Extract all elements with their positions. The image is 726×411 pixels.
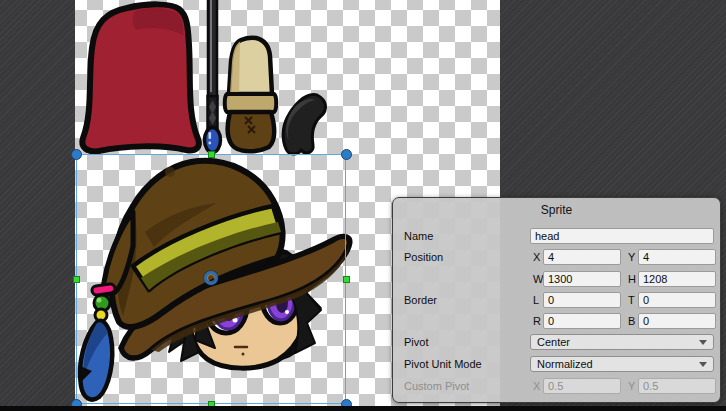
sprite-inspector-panel: Sprite Name Position X Y W H Border L T … xyxy=(392,197,721,403)
pivot-dropdown-value: Center xyxy=(537,336,570,348)
position-y-field[interactable] xyxy=(638,249,716,265)
pivot-handle[interactable] xyxy=(204,271,218,285)
chevron-down-icon xyxy=(699,340,707,345)
pivot-unit-mode-dropdown-value: Normalized xyxy=(537,358,593,370)
border-b-field[interactable] xyxy=(638,313,716,329)
position-label: Position xyxy=(404,249,443,265)
sprite-boot[interactable] xyxy=(225,38,277,152)
pivot-unit-mode-dropdown[interactable]: Normalized xyxy=(530,356,714,372)
selection-handle-right-mid[interactable] xyxy=(343,276,350,283)
border-r-field[interactable] xyxy=(543,313,621,329)
sprite-red-cape[interactable] xyxy=(82,4,199,151)
border-b-label: B xyxy=(628,313,635,329)
position-w-label: W xyxy=(533,271,543,287)
position-h-field[interactable] xyxy=(638,271,716,287)
pivot-label: Pivot xyxy=(404,334,428,350)
position-x-label: X xyxy=(533,249,540,265)
sprite-editor-window: Sprite Name Position X Y W H Border L T … xyxy=(0,0,726,411)
custom-pivot-label: Custom Pivot xyxy=(404,378,469,394)
position-x-field[interactable] xyxy=(543,249,621,265)
sprite-staff[interactable] xyxy=(205,0,221,153)
name-field[interactable] xyxy=(530,228,714,244)
selection-handle-top-left[interactable] xyxy=(71,149,82,160)
selection-handle-top-mid[interactable] xyxy=(208,151,215,158)
border-l-label: L xyxy=(533,292,539,308)
custom-pivot-y-field xyxy=(638,378,716,394)
border-t-label: T xyxy=(628,292,635,308)
position-h-label: H xyxy=(628,271,636,287)
name-label: Name xyxy=(404,228,433,244)
custom-pivot-x-label: X xyxy=(533,378,540,394)
custom-pivot-y-label: Y xyxy=(628,378,635,394)
window-bottom-edge xyxy=(0,406,726,411)
chevron-down-icon xyxy=(699,362,707,367)
border-label: Border xyxy=(404,292,437,308)
position-y-label: Y xyxy=(628,249,635,265)
selection-handle-top-right[interactable] xyxy=(341,149,352,160)
pivot-unit-mode-label: Pivot Unit Mode xyxy=(404,356,482,372)
pivot-dropdown[interactable]: Center xyxy=(530,334,714,350)
panel-title: Sprite xyxy=(393,203,720,217)
selection-handle-left-mid[interactable] xyxy=(73,276,80,283)
border-r-label: R xyxy=(533,313,541,329)
custom-pivot-x-field xyxy=(543,378,621,394)
border-l-field[interactable] xyxy=(543,292,621,308)
sprite-dark-tuft[interactable] xyxy=(283,95,325,154)
position-w-field[interactable] xyxy=(543,271,621,287)
border-t-field[interactable] xyxy=(638,292,716,308)
